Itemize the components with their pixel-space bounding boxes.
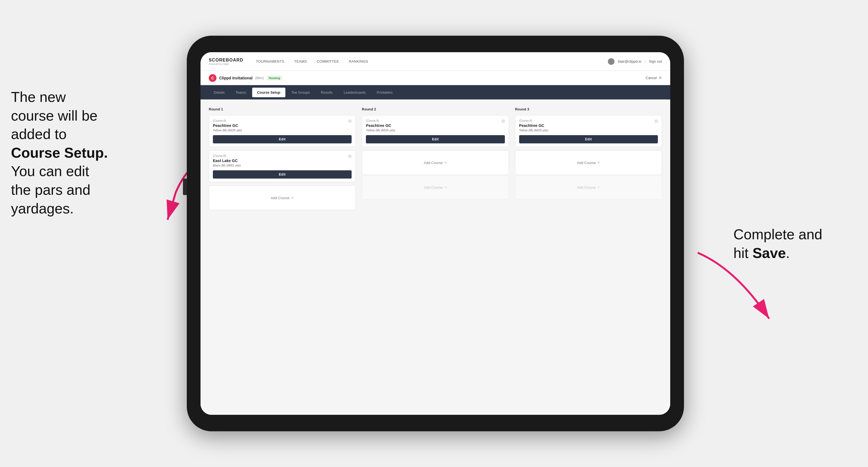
round-1-column: Round 1 ⊟ (Course A) Peachtree GC Yellow… xyxy=(209,107,356,210)
add-course-r2-disabled-label: Add Course xyxy=(424,185,443,190)
course-name-r1b: East Lake GC xyxy=(213,158,351,163)
cancel-button[interactable]: Cancel ✕ xyxy=(646,75,662,81)
edit-r1a-button[interactable]: Edit xyxy=(213,135,351,144)
round-3-column: Round 3 ⊟ (Course A) Peachtree GC Yellow… xyxy=(515,107,662,210)
delete-r1a-icon[interactable]: ⊟ xyxy=(347,118,353,124)
add-course-r1[interactable]: Add Course + xyxy=(209,185,356,210)
tab-details[interactable]: Details xyxy=(209,88,229,97)
tablet-frame: SCOREBOARD Powered by clippd TOURNAMENTS… xyxy=(187,36,684,431)
round-3-header: Round 3 xyxy=(515,107,662,111)
add-course-r3-disabled-label: Add Course xyxy=(577,185,596,190)
tournament-gender: (Men) xyxy=(255,76,264,80)
round-2-header: Round 2 xyxy=(362,107,509,111)
add-course-r3-plus: + xyxy=(597,160,600,165)
delete-r3a-icon[interactable]: ⊟ xyxy=(653,118,659,124)
add-course-r3-disabled-plus: + xyxy=(597,185,600,190)
tab-leaderboards[interactable]: Leaderboards xyxy=(339,88,371,97)
nav-teams[interactable]: TEAMS xyxy=(290,57,311,66)
edit-r2a-button[interactable]: Edit xyxy=(366,135,505,144)
top-nav: SCOREBOARD Powered by clippd TOURNAMENTS… xyxy=(200,52,670,71)
tournament-title: Clippd Invitational xyxy=(219,76,252,80)
main-content: Round 1 ⊟ (Course A) Peachtree GC Yellow… xyxy=(200,99,670,415)
course-name-r1a: Peachtree GC xyxy=(213,123,351,128)
course-card-r1b: ⊟ (Course B) East Lake GC Black (M) (689… xyxy=(209,150,356,182)
tablet-screen: SCOREBOARD Powered by clippd TOURNAMENTS… xyxy=(200,52,670,415)
tab-results[interactable]: Results xyxy=(316,88,338,97)
user-email: blair@clippd.io xyxy=(618,59,641,63)
tournament-bar: C Clippd Invitational (Men) Hosting Canc… xyxy=(200,71,670,85)
add-course-r2-plus: + xyxy=(444,160,447,165)
course-details-r1a: Yellow (M) (6629 yds) xyxy=(213,129,351,132)
arrow-right-icon xyxy=(681,247,785,335)
course-name-r2a: Peachtree GC xyxy=(366,123,505,128)
add-course-r2-label: Add Course xyxy=(424,161,443,165)
add-course-r2-disabled-plus: + xyxy=(444,185,447,190)
top-nav-right: blair@clippd.io | Sign out xyxy=(608,58,662,65)
user-avatar xyxy=(608,58,615,65)
sign-out-link[interactable]: Sign out xyxy=(649,59,662,63)
course-name-r3a: Peachtree GC xyxy=(519,123,658,128)
add-course-r3[interactable]: Add Course + xyxy=(515,150,662,175)
add-course-r1-plus: + xyxy=(291,195,293,200)
course-label-r2a: (Course A) xyxy=(366,119,505,122)
course-card-r3a: ⊟ (Course A) Peachtree GC Yellow (M) (66… xyxy=(515,115,662,147)
delete-r1b-icon[interactable]: ⊟ xyxy=(347,153,353,159)
tournament-logo: C xyxy=(209,74,216,82)
course-details-r2a: Yellow (M) (6629 yds) xyxy=(366,129,505,132)
scoreboard-logo: SCOREBOARD Powered by clippd xyxy=(209,58,243,65)
add-course-r3-label: Add Course xyxy=(577,161,596,165)
tournament-name: C Clippd Invitational (Men) Hosting xyxy=(209,74,282,82)
logo-title: SCOREBOARD xyxy=(209,58,243,63)
course-label-r3a: (Course A) xyxy=(519,119,658,122)
add-course-r2-disabled: Add Course + xyxy=(362,175,509,200)
edit-r3a-button[interactable]: Edit xyxy=(519,135,658,144)
tab-printables[interactable]: Printables xyxy=(372,88,398,97)
edit-r1b-button[interactable]: Edit xyxy=(213,170,351,179)
add-course-r1-label: Add Course xyxy=(271,196,290,200)
course-details-r1b: Black (M) (6891 yds) xyxy=(213,164,351,167)
tab-teams[interactable]: Teams xyxy=(231,88,251,97)
tab-course-setup[interactable]: Course Setup xyxy=(252,88,285,97)
course-details-r3a: Yellow (M) (6629 yds) xyxy=(519,129,658,132)
course-label-r1b: (Course B) xyxy=(213,154,351,157)
add-course-r2[interactable]: Add Course + xyxy=(362,150,509,175)
course-card-r1a: ⊟ (Course A) Peachtree GC Yellow (M) (66… xyxy=(209,115,356,147)
nav-tournaments[interactable]: TOURNAMENTS xyxy=(252,57,289,66)
round-1-header: Round 1 xyxy=(209,107,356,111)
nav-rankings[interactable]: RANKINGS xyxy=(344,57,372,66)
rounds-grid: Round 1 ⊟ (Course A) Peachtree GC Yellow… xyxy=(209,107,662,210)
round-2-column: Round 2 ⊟ (Course A) Peachtree GC Yellow… xyxy=(362,107,509,210)
delete-r2a-icon[interactable]: ⊟ xyxy=(500,118,506,124)
course-card-r2a: ⊟ (Course A) Peachtree GC Yellow (M) (66… xyxy=(362,115,509,147)
add-course-r3-disabled: Add Course + xyxy=(515,175,662,200)
tabs-bar: Details Teams Course Setup Tee Groups Re… xyxy=(200,85,670,99)
logo-sub: Powered by clippd xyxy=(209,63,243,65)
top-nav-links: TOURNAMENTS TEAMS COMMITTEE RANKINGS xyxy=(252,57,608,66)
nav-committee[interactable]: COMMITTEE xyxy=(312,57,343,66)
hosting-badge: Hosting xyxy=(267,75,282,81)
course-label-r1a: (Course A) xyxy=(213,119,351,122)
tab-tee-groups[interactable]: Tee Groups xyxy=(286,88,315,97)
